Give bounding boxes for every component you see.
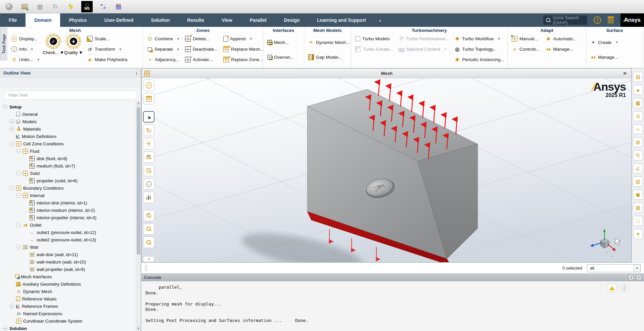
ribbon-button-turbo-models[interactable]: Turbo Models: [354, 34, 395, 44]
tree-item-interior-disk-interior-id-1[interactable]: −interior-disk (interior, id=1): [3, 199, 135, 206]
new-window-icon[interactable]: □: [633, 216, 643, 226]
tree-item-wall-disk-wall-id-11[interactable]: −wall-disk (wall, id=11): [3, 251, 135, 258]
shaded-view-icon[interactable]: ●: [633, 85, 643, 95]
ribbon-button-quality[interactable]: Quality▼: [64, 34, 83, 66]
run-calculation-icon[interactable]: [66, 2, 76, 12]
ribbon-button-gap-model[interactable]: Gap Model...: [307, 54, 351, 60]
collapse-icon[interactable]: −: [16, 223, 21, 227]
reports-icon[interactable]: [143, 192, 154, 203]
refresh-icon[interactable]: [50, 2, 60, 12]
journal-macro-icon[interactable]: MO: [113, 2, 124, 12]
warnings-button[interactable]: [608, 284, 616, 292]
copy-view-icon[interactable]: ⊞: [633, 137, 643, 147]
tree-item-fluid[interactable]: −Fluid: [3, 147, 135, 155]
scrollbar-thumb[interactable]: [137, 107, 140, 255]
xy-plot-icon[interactable]: ∠: [633, 163, 643, 174]
tree-item-general[interactable]: −General: [3, 110, 135, 118]
grid-display-icon[interactable]: ▥: [633, 177, 643, 187]
collapse-icon[interactable]: −: [16, 149, 21, 153]
split-layout-icon[interactable]: ▧: [633, 203, 643, 213]
ribbon-button-replace-zone[interactable]: Replace Zone...: [222, 54, 265, 65]
select-pointer-icon[interactable]: ▲: [143, 111, 154, 123]
reset-view-icon[interactable]: ↻: [633, 150, 643, 160]
collapse-icon[interactable]: −: [16, 193, 21, 198]
scroll-up-icon[interactable]: ▲: [136, 101, 141, 106]
ribbon-button-periodic-instancing[interactable]: Periodic Instancing...: [453, 54, 505, 65]
mesh-quality-view-icon[interactable]: ▦: [633, 98, 643, 108]
tree-item-interior-propeller-interior-id-3[interactable]: −interior-propeller (interior, id=3): [3, 214, 135, 221]
zoom-box-icon[interactable]: +: [143, 210, 154, 221]
tree-item-medium-fluid-id-7[interactable]: −medium (fluid, id=7): [3, 162, 135, 170]
menu-tab-design[interactable]: Design: [275, 13, 309, 27]
ribbon-button-dynamic-mesh[interactable]: Dynamic Mesh...: [307, 40, 351, 45]
console-float-icon[interactable]: ↗: [629, 275, 634, 280]
ribbon-button-info[interactable]: Info▼: [10, 44, 41, 54]
zoom-forward-icon[interactable]: →: [143, 237, 154, 248]
ribbon-button-manage[interactable]: Manage...: [544, 44, 579, 54]
tree-item-motion-definitions[interactable]: −Motion Definitions: [3, 133, 135, 140]
ribbon-button-delete[interactable]: Delete...: [184, 34, 219, 44]
menu-tab-physics[interactable]: Physics: [60, 13, 95, 27]
tree-item-curvilinear-coordinate-system[interactable]: −Curvilinear Coordinate System: [3, 317, 135, 325]
workbench-icon[interactable]: [81, 1, 93, 12]
console-close-icon[interactable]: ×: [636, 275, 641, 280]
ribbon-button-replace-mesh[interactable]: Replace Mesh...: [222, 44, 265, 54]
rotate-view-icon[interactable]: ↻: [143, 125, 154, 136]
ribbon-button-check[interactable]: Check...▼: [44, 34, 63, 66]
ribbon-button-deactivate[interactable]: Deactivate...: [184, 44, 219, 54]
ribbon-button-adjacency[interactable]: Adjacency...: [146, 54, 181, 65]
tree-item-wall-medium-wall-id-10[interactable]: −wall-medium (wall, id=10): [3, 258, 135, 266]
ribbon-button-scale[interactable]: Scale...: [86, 34, 129, 44]
menu-tab-user-defined[interactable]: User-Defined: [95, 13, 142, 27]
tree-item-setup[interactable]: −Setup: [3, 103, 135, 110]
tree-item-wall-propeller-wall-id-9[interactable]: −wall-propeller (wall, id=9): [3, 266, 135, 273]
tree-item-outlet[interactable]: −Outlet: [3, 221, 135, 229]
ribbon-button-turbo-topology[interactable]: Turbo Topology...: [453, 44, 505, 54]
expand-icon[interactable]: +: [9, 304, 14, 309]
quick-search-input[interactable]: Quick Search (Ctrl+F): [543, 15, 587, 25]
tree-item-boundary-conditions[interactable]: −Boundary Conditions: [3, 184, 135, 192]
collapse-icon[interactable]: −: [16, 245, 21, 249]
splitter-handle-icon[interactable]: [145, 265, 147, 271]
ribbon-collapse-icon[interactable]: ▴: [375, 13, 386, 27]
zoom-back-icon[interactable]: ←: [143, 223, 154, 235]
ribbon-button-combine[interactable]: Combine▼: [146, 34, 181, 44]
tree-scrollbar[interactable]: ▲ ▼: [136, 101, 141, 331]
collapse-panel-icon[interactable]: ‹: [136, 70, 137, 76]
tree-item-disk-fluid-id-8[interactable]: −disk (fluid, id=8): [3, 155, 135, 162]
ribbon-button-overset[interactable]: Overset...: [266, 55, 295, 60]
ribbon-button-controls[interactable]: Controls...: [510, 44, 542, 54]
ribbon-button-manage[interactable]: Manage...: [589, 54, 619, 60]
collapse-icon[interactable]: −: [3, 326, 7, 331]
mesh-sphere-icon[interactable]: [4, 2, 14, 12]
archive-icon[interactable]: [35, 2, 45, 12]
tree-item-auxiliary-geometry-definitions[interactable]: −Auxiliary Geometry Definitions: [3, 280, 135, 288]
display-mesh-icon[interactable]: [143, 80, 154, 91]
tree-item-solid[interactable]: −Solid: [3, 170, 135, 177]
console-info-button[interactable]: i: [620, 284, 629, 292]
ribbon-button-create[interactable]: Create▼: [589, 40, 619, 45]
menu-tab-domain[interactable]: Domain: [26, 13, 60, 27]
selection-scope-dropdown[interactable]: all ▾: [587, 264, 641, 272]
tree-item-materials[interactable]: +Materials: [3, 125, 135, 133]
ribbon-button-make-polyhedra[interactable]: Make Polyhedra: [86, 54, 129, 65]
ribbon-button-transform[interactable]: Transform▼: [86, 44, 129, 54]
collapse-icon[interactable]: −: [16, 171, 21, 176]
pan-view-icon[interactable]: ✛: [143, 138, 154, 149]
report-icon[interactable]: ▣: [633, 190, 643, 200]
ribbon-button-units[interactable]: Units...▼: [10, 54, 41, 65]
collapse-icon[interactable]: −: [3, 104, 7, 109]
close-icon[interactable]: ×: [621, 70, 629, 77]
probe-info-icon[interactable]: [143, 178, 154, 190]
tree-item-cell-zone-conditions[interactable]: −Cell Zone Conditions: [3, 140, 135, 147]
more-view-tools-icon[interactable]: ▾: [633, 229, 643, 239]
expand-icon[interactable]: +: [9, 127, 14, 131]
read-case-icon[interactable]: [19, 2, 30, 12]
collapse-icon[interactable]: −: [9, 141, 14, 146]
tree-item-outlet2-pressure-outlet-id-13[interactable]: −outlet2 (pressure-outlet, id=13): [3, 236, 135, 243]
filter-input[interactable]: [3, 90, 137, 100]
menu-tab-results[interactable]: Results: [179, 13, 213, 27]
menu-tab-file[interactable]: File: [0, 13, 26, 27]
tree-item-reference-values[interactable]: −Reference Values: [3, 295, 135, 302]
parallel-processing-icon[interactable]: P→←P: [98, 2, 108, 12]
